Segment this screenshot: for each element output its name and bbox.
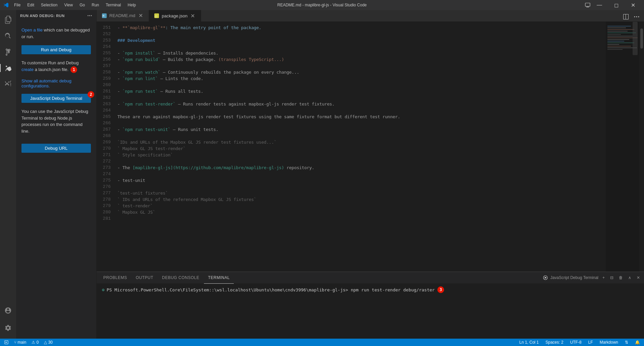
run-and-debug-button[interactable]: Run and Debug (21, 45, 91, 54)
close-panel-button[interactable]: ✕ (635, 275, 641, 281)
code-line-275: - test-unit (117, 177, 602, 184)
create-launch-link[interactable]: create (21, 67, 34, 72)
add-terminal-button[interactable]: + (601, 275, 606, 281)
split-editor-button[interactable] (621, 12, 631, 21)
menu-help[interactable]: Help (125, 2, 139, 8)
badge-2: 2 (88, 91, 94, 98)
svg-rect-14 (607, 32, 636, 33)
svg-rect-13 (607, 31, 628, 31)
activity-account[interactable] (0, 302, 16, 319)
code-line-272 (117, 158, 602, 164)
open-file-text: Open a file which can be debugged or run… (21, 27, 91, 40)
git-branch-status[interactable]: ⑂ main (13, 339, 28, 346)
activity-search[interactable] (0, 28, 16, 44)
more-actions-button[interactable] (632, 12, 641, 21)
code-line-270: ` Mapbox GL JS test-render` (117, 145, 602, 152)
panel-content[interactable]: ⊙ PS Microsoft.PowerShell.Core\FileSyste… (97, 284, 644, 339)
code-line-266 (117, 120, 602, 126)
svg-point-9 (638, 16, 639, 17)
errors-status[interactable]: ⚠ 0 (30, 339, 40, 346)
activity-explorer[interactable] (0, 12, 16, 28)
collapse-panel-button[interactable]: ∧ (627, 275, 633, 281)
code-line-267: - `npm run test-unit` — Runs unit tests. (117, 126, 602, 133)
menu-selection[interactable]: Selection (38, 2, 60, 8)
tab-output[interactable]: OUTPUT (132, 272, 157, 284)
remote-status-icon (4, 340, 9, 345)
activity-source-control[interactable] (0, 44, 16, 60)
sidebar-title: RUN AND DEBUG: RUN (20, 14, 65, 18)
svg-point-8 (636, 16, 637, 17)
remote-status[interactable] (3, 339, 10, 346)
terminal-panel: PROBLEMS OUTPUT DEBUG CONSOLE TERMINAL J… (97, 272, 644, 339)
menu-run[interactable]: Run (89, 2, 102, 8)
tab-close-readme[interactable]: ✕ (138, 13, 143, 18)
cursor-position-status[interactable]: Ln 1, Col 1 (518, 339, 540, 346)
activity-extensions[interactable] (0, 76, 16, 92)
menu-view[interactable]: View (61, 2, 75, 8)
title-bar-left: File Edit Selection View Go Run Terminal… (3, 2, 139, 8)
close-button[interactable]: ✕ (625, 0, 641, 10)
language-status[interactable]: Markdown (598, 339, 620, 346)
panel-tabs: PROBLEMS OUTPUT DEBUG CONSOLE TERMINAL J… (97, 272, 644, 284)
code-line-253: ### Development (117, 37, 602, 44)
encoding-status[interactable]: UTF-8 (569, 339, 583, 346)
activity-settings[interactable] (0, 320, 16, 336)
liveshare-status[interactable]: ⇅ (624, 339, 630, 346)
editor-scrollbar[interactable] (639, 22, 644, 272)
code-line-271: ` Style specification` (117, 152, 602, 158)
debug-url-button[interactable]: Debug URL (21, 144, 91, 153)
code-line-273: - The [maplibre-gl-js](https://github.co… (117, 164, 602, 171)
open-file-link[interactable]: Open a file (21, 27, 43, 32)
line-ending-status[interactable]: LF (587, 339, 594, 346)
ellipsis-icon (634, 14, 639, 19)
main-container: RUN AND DEBUG: RUN ··· Open a file which… (0, 10, 644, 339)
remote-icon (585, 2, 590, 8)
scrollbar-thumb[interactable] (640, 28, 643, 49)
line-numbers: 251 252 253 254 255 256 257 258 259 260 … (97, 22, 113, 272)
svg-rect-18 (607, 39, 629, 40)
activity-run-debug[interactable] (0, 60, 16, 76)
svg-marker-27 (545, 277, 547, 279)
code-area[interactable]: - **`maplibre-gl`**: The main entry poin… (113, 22, 606, 272)
svg-rect-16 (607, 36, 633, 36)
code-line-280: ` Mapbox GL JS` (117, 209, 602, 215)
tab-close-package[interactable]: ✕ (190, 13, 196, 18)
js-debug-terminal-button[interactable]: JavaScript Debug Terminal (21, 94, 91, 103)
status-bar: ⑂ main ⚠ 0 △ 30 Ln 1, Col 1 Spaces: 2 UT… (0, 339, 644, 346)
show-all-link[interactable]: Show all automatic debug configurations. (21, 78, 91, 88)
svg-rect-11 (607, 27, 626, 28)
menu-file[interactable]: File (11, 2, 23, 8)
code-line-259: - `npm run lint` — Lints the code. (117, 75, 602, 82)
tab-terminal[interactable]: TERMINAL (204, 272, 234, 284)
notification-bell[interactable]: 🔔 (634, 339, 641, 346)
code-line-279: ` test-render` (117, 203, 602, 209)
minimap[interactable] (606, 22, 639, 272)
customize-text: To customize Run and Debug create a laun… (21, 60, 91, 73)
code-line-257 (117, 63, 602, 69)
tab-readme[interactable]: M README.md ✕ (97, 10, 149, 21)
code-line-264 (117, 107, 602, 114)
svg-rect-23 (607, 48, 637, 48)
activity-bar-bottom (0, 302, 16, 339)
status-right: Ln 1, Col 1 Spaces: 2 UTF-8 LF Markdown … (518, 339, 641, 346)
sidebar-more-options[interactable]: ··· (87, 13, 92, 19)
minimize-button[interactable]: — (592, 0, 607, 10)
code-line-265: These are run against mapbox-gl-js rende… (117, 114, 602, 120)
code-line-281 (117, 215, 602, 222)
terminal-prompt-line: ⊙ PS Microsoft.PowerShell.Core\FileSyste… (102, 286, 639, 293)
code-line-263: - `npm run test-render` — Runs render te… (117, 101, 602, 107)
kill-terminal-button[interactable]: 🗑 (618, 275, 624, 281)
menu-terminal[interactable]: Terminal (103, 2, 123, 8)
menu-edit[interactable]: Edit (24, 2, 37, 8)
code-line-276 (117, 184, 602, 190)
tab-debug-console[interactable]: DEBUG CONSOLE (158, 272, 203, 284)
menu-go[interactable]: Go (77, 2, 88, 8)
split-terminal-button[interactable]: ⊟ (609, 275, 615, 281)
tab-problems[interactable]: PROBLEMS (99, 272, 131, 284)
tab-package-json[interactable]: {} package.json ✕ (149, 10, 201, 21)
restore-button[interactable]: ◻ (608, 0, 624, 10)
warnings-status[interactable]: △ 30 (43, 339, 54, 346)
code-line-278: ` IDs and URLs of the referenced Mapbox … (117, 196, 602, 203)
spaces-status[interactable]: Spaces: 2 (544, 339, 565, 346)
code-line-260 (117, 82, 602, 88)
